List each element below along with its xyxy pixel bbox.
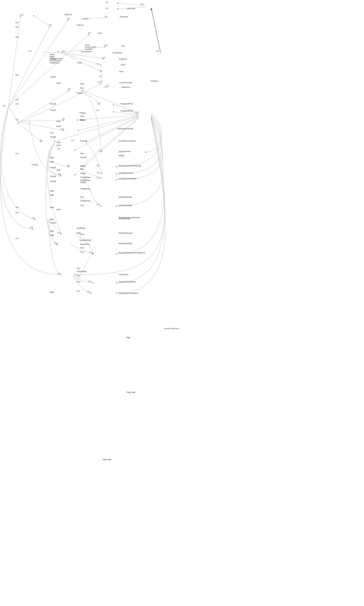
- node-vtkQuadraticTriangle: [58, 173, 61, 174]
- label-Edge3: Edge: [50, 190, 54, 192]
- svg-line-14: [81, 118, 138, 167]
- label-Polys: Polys: [78, 62, 82, 64]
- label-Face9: Face: [77, 281, 81, 283]
- label-Line8: Line: [15, 206, 19, 208]
- node-vtkTetra: [68, 88, 70, 90]
- label-Quad7: Quad: [56, 208, 61, 210]
- label-TriangleFace1: TriangleFace: [80, 176, 90, 178]
- label-Edge4: Edge: [50, 194, 54, 196]
- label-GlobalFaces: GlobalFaces: [50, 62, 60, 64]
- node-vtkVoxel: [99, 70, 102, 71]
- label-Edge5: Edge: [50, 206, 54, 208]
- label-Triangle9: Triangle: [50, 222, 56, 224]
- label-Tetra1: Tetra: [80, 83, 84, 85]
- node-vtkIdTypeArray: [29, 51, 31, 52]
- node-vtkCellArray: [63, 51, 65, 52]
- label-Wedge3: Wedge: [80, 172, 86, 174]
- label-Triangle3: Triangle: [50, 103, 56, 105]
- node-vtkLine: [3, 105, 5, 106]
- label-BiQuadQuadWedge: BiQuadraticQuadraticWedge: [119, 165, 141, 167]
- label-Edge10: Edge: [50, 291, 54, 293]
- label-Edge7: Edge: [50, 230, 54, 232]
- node-vtkQuadraticLinearQuad: [58, 148, 60, 150]
- node-vtkQuadraticQuad: [54, 242, 57, 244]
- label-HexagonalPrism: HexagonalPrism: [120, 110, 133, 112]
- node-vtkTriangleStrip: [30, 227, 33, 228]
- label-Links: Links: [121, 45, 125, 47]
- label-EmptyCell: EmptyCell: [119, 58, 127, 60]
- label-QuadHex: QuadraticHexahedron: [119, 281, 136, 283]
- label-Vertex: Vertex: [84, 18, 89, 20]
- label-Edge1: Edge: [50, 157, 54, 159]
- label-QuadLinWedge: QuadraticLinearWedge: [119, 178, 137, 180]
- label-Polygon1: Polygon: [76, 92, 83, 94]
- label-Edge-Edge2: Edge Edge: [127, 391, 135, 393]
- label-Face7: Face: [80, 247, 84, 249]
- label-TriangleFace2: TriangleFace: [80, 188, 90, 190]
- svg-line-3: [8, 34, 89, 107]
- label-Line2: Line: [15, 26, 19, 28]
- node-vtkWedge: [67, 165, 69, 166]
- label-TmpInput: TmpInput: [150, 80, 158, 82]
- label-Line3: Line: [15, 36, 19, 38]
- label-Triangle7: Triangle: [50, 175, 56, 177]
- label-Pyramid2: Pyramid: [80, 156, 87, 158]
- label-Line4: Line: [15, 74, 19, 76]
- node-vtkQuadraticEdge: [32, 218, 35, 219]
- svg-line-30: [33, 15, 50, 26]
- label-Is: Is: [58, 51, 59, 53]
- label-TriangleFace3: TriangleFace: [80, 200, 90, 202]
- svg-line-19: [64, 53, 102, 65]
- node-vtkTimeStamp: [106, 8, 108, 9]
- svg-line-18: [64, 53, 104, 59]
- svg-line-8: [113, 112, 138, 114]
- label-QuadEdge: QuadEdge: [77, 227, 85, 229]
- label-Line7: Line: [15, 153, 19, 155]
- label-QuadraticEdge2: QuadraticEdge: [79, 239, 91, 241]
- node-vtkUnstructuredGrid: [136, 112, 138, 113]
- label-Quad6: Quad: [56, 169, 61, 171]
- svg-line-26: [18, 83, 102, 124]
- label-Quad5: Quad: [56, 144, 61, 146]
- node-vtkQuadraticHexahedron: [89, 281, 91, 282]
- label-Face8: Face: [80, 251, 84, 253]
- label-Triangle1: Triangle: [50, 58, 56, 60]
- node-vtkBiQuadraticQuadraticHexahedron: [89, 252, 91, 253]
- svg-line-13: [75, 117, 138, 150]
- node-vtkPolygon: [62, 118, 65, 119]
- node-vtkHexahedron: [58, 273, 60, 274]
- svg-line-7: [113, 105, 138, 114]
- label-BiQuadQuadQuad: BiQuadraticQuadraticQuad: [119, 217, 140, 219]
- label-PentagonalPrism: PentagonalPrism: [120, 103, 133, 105]
- label-Polygon2: Polygon: [79, 112, 86, 114]
- label-Edge-Edge1: Edge Edge: [103, 459, 111, 461]
- node-vtkQuadraticWedge: [97, 204, 99, 205]
- label-Faces1: Faces: [85, 44, 90, 46]
- label-Line6: Line: [15, 103, 19, 105]
- label-Quad4: Quad: [56, 141, 61, 143]
- label-TriangleFaceWedge2: Wedge: [80, 181, 86, 183]
- label-LinEdge: LinEdge: [31, 164, 38, 166]
- label-PolyLine: PolyLine: [77, 24, 83, 26]
- label-QuadWedge: QuadraticWedge: [119, 204, 132, 206]
- node-vtkConvexPointSet: [98, 82, 101, 83]
- label-Line1: Line: [15, 22, 19, 24]
- label-BiQuadFace: BiQuadFace: [80, 243, 90, 245]
- node-vtkTriQuadraticHexahedron: [87, 291, 90, 292]
- node-vtkQuadraticPyramid: [97, 172, 99, 173]
- label-CubicLine: CubicLine: [64, 13, 72, 15]
- node-vtkPyramid: [71, 140, 74, 141]
- node-vtkQuad: [40, 140, 42, 141]
- label-QuadLinQuad: QuadraticLinearQuad: [119, 140, 135, 142]
- svg-line-6: [151, 8, 161, 53]
- node-vtkCellLinks: [105, 45, 107, 46]
- label-Pyramid1: Pyramid: [80, 140, 87, 142]
- label-Triangle8: Triangle: [50, 180, 56, 182]
- label-Types: Types: [121, 64, 125, 66]
- label-Hex2: Hex: [77, 274, 80, 277]
- label-Hexahedron: Hexahedron: [119, 273, 128, 276]
- label-Edge2: Edge: [50, 161, 54, 163]
- svg-line-27: [8, 106, 18, 121]
- label-Faces2: Faces: [50, 53, 54, 55]
- node-vtkCubicLine: [21, 14, 23, 15]
